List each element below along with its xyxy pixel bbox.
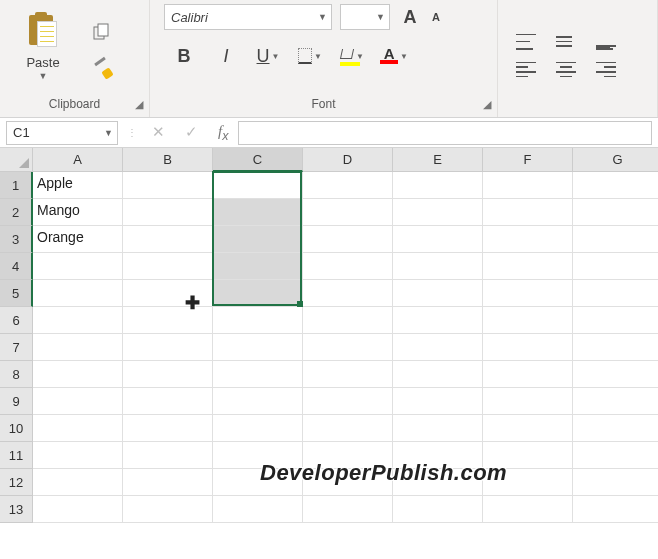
cell-G9[interactable]	[573, 388, 658, 415]
cell-F3[interactable]	[483, 226, 573, 253]
cell-C8[interactable]	[213, 361, 303, 388]
cell-G2[interactable]	[573, 199, 658, 226]
cell-A13[interactable]	[33, 496, 123, 523]
cell-B4[interactable]	[123, 253, 213, 280]
bold-button[interactable]: B	[172, 44, 196, 68]
cell-B12[interactable]	[123, 469, 213, 496]
chevron-down-icon[interactable]: ▼	[400, 52, 408, 61]
row-header-5[interactable]: 5	[0, 280, 33, 307]
chevron-down-icon[interactable]: ▼	[104, 128, 113, 138]
column-header-D[interactable]: D	[303, 148, 393, 172]
cell-E3[interactable]	[393, 226, 483, 253]
cell-F8[interactable]	[483, 361, 573, 388]
row-header-7[interactable]: 7	[0, 334, 33, 361]
column-header-C[interactable]: C	[213, 148, 303, 172]
chevron-down-icon[interactable]: ▼	[318, 12, 327, 22]
cell-F5[interactable]	[483, 280, 573, 307]
cell-B8[interactable]	[123, 361, 213, 388]
cancel-formula-button[interactable]: ✕	[152, 123, 165, 143]
cell-F1[interactable]	[483, 172, 573, 199]
cell-G10[interactable]	[573, 415, 658, 442]
cell-G4[interactable]	[573, 253, 658, 280]
formula-bar-input[interactable]	[238, 121, 652, 145]
cell-G1[interactable]	[573, 172, 658, 199]
grow-font-button[interactable]: A	[398, 5, 422, 29]
cell-A11[interactable]	[33, 442, 123, 469]
cell-C4[interactable]	[213, 253, 303, 280]
cell-C13[interactable]	[213, 496, 303, 523]
select-all-corner[interactable]	[0, 148, 33, 172]
font-name-combo[interactable]: Calibri ▼	[164, 4, 332, 30]
cell-G3[interactable]	[573, 226, 658, 253]
row-header-1[interactable]: 1	[0, 172, 33, 199]
row-header-12[interactable]: 12	[0, 469, 33, 496]
cell-C6[interactable]	[213, 307, 303, 334]
cell-C1[interactable]	[213, 172, 303, 199]
cell-C5[interactable]	[213, 280, 303, 307]
cell-G11[interactable]	[573, 442, 658, 469]
row-header-11[interactable]: 11	[0, 442, 33, 469]
cell-B3[interactable]	[123, 226, 213, 253]
cell-B13[interactable]	[123, 496, 213, 523]
cell-A8[interactable]	[33, 361, 123, 388]
column-header-A[interactable]: A	[33, 148, 123, 172]
underline-button[interactable]: U▼	[256, 44, 280, 68]
cell-D8[interactable]	[303, 361, 393, 388]
cell-F10[interactable]	[483, 415, 573, 442]
cell-A2[interactable]: Mango	[33, 199, 123, 226]
cell-F7[interactable]	[483, 334, 573, 361]
chevron-down-icon[interactable]: ▼	[314, 52, 322, 61]
italic-button[interactable]: I	[214, 44, 238, 68]
cell-C10[interactable]	[213, 415, 303, 442]
column-header-G[interactable]: G	[573, 148, 658, 172]
cell-C3[interactable]	[213, 226, 303, 253]
borders-button[interactable]: ▼	[298, 44, 322, 68]
align-left-button[interactable]	[516, 62, 536, 78]
align-center-button[interactable]	[556, 62, 576, 78]
cell-B2[interactable]	[123, 199, 213, 226]
cell-D9[interactable]	[303, 388, 393, 415]
row-header-4[interactable]: 4	[0, 253, 33, 280]
align-bottom-button[interactable]	[596, 34, 616, 50]
row-header-9[interactable]: 9	[0, 388, 33, 415]
column-header-B[interactable]: B	[123, 148, 213, 172]
cell-F9[interactable]	[483, 388, 573, 415]
enter-formula-button[interactable]: ✓	[185, 123, 198, 143]
cell-A4[interactable]	[33, 253, 123, 280]
row-header-13[interactable]: 13	[0, 496, 33, 523]
cell-A3[interactable]: Orange	[33, 226, 123, 253]
cell-E10[interactable]	[393, 415, 483, 442]
cell-E4[interactable]	[393, 253, 483, 280]
cell-E8[interactable]	[393, 361, 483, 388]
cell-D13[interactable]	[303, 496, 393, 523]
cell-F6[interactable]	[483, 307, 573, 334]
cell-E6[interactable]	[393, 307, 483, 334]
shrink-font-button[interactable]: A	[424, 5, 448, 29]
chevron-down-icon[interactable]: ▼	[356, 52, 364, 61]
row-header-8[interactable]: 8	[0, 361, 33, 388]
cell-E9[interactable]	[393, 388, 483, 415]
cell-B7[interactable]	[123, 334, 213, 361]
cell-A9[interactable]	[33, 388, 123, 415]
cell-G12[interactable]	[573, 469, 658, 496]
chevron-down-icon[interactable]: ▼	[39, 71, 48, 81]
column-header-F[interactable]: F	[483, 148, 573, 172]
chevron-down-icon[interactable]: ▼	[376, 12, 385, 22]
cell-E5[interactable]	[393, 280, 483, 307]
font-dialog-launcher[interactable]: ◢	[483, 98, 491, 111]
cell-G8[interactable]	[573, 361, 658, 388]
cell-D7[interactable]	[303, 334, 393, 361]
cell-F2[interactable]	[483, 199, 573, 226]
clipboard-dialog-launcher[interactable]: ◢	[135, 98, 143, 111]
row-header-10[interactable]: 10	[0, 415, 33, 442]
resize-handle[interactable]: ⋮	[128, 127, 136, 138]
fill-color-button[interactable]: ▼	[340, 44, 364, 68]
align-top-button[interactable]	[516, 34, 536, 50]
cell-D10[interactable]	[303, 415, 393, 442]
cell-C9[interactable]	[213, 388, 303, 415]
cell-A6[interactable]	[33, 307, 123, 334]
cell-B11[interactable]	[123, 442, 213, 469]
paste-button[interactable]: Paste ▼	[8, 7, 78, 87]
cell-A1[interactable]: Apple	[33, 172, 123, 199]
cell-G5[interactable]	[573, 280, 658, 307]
